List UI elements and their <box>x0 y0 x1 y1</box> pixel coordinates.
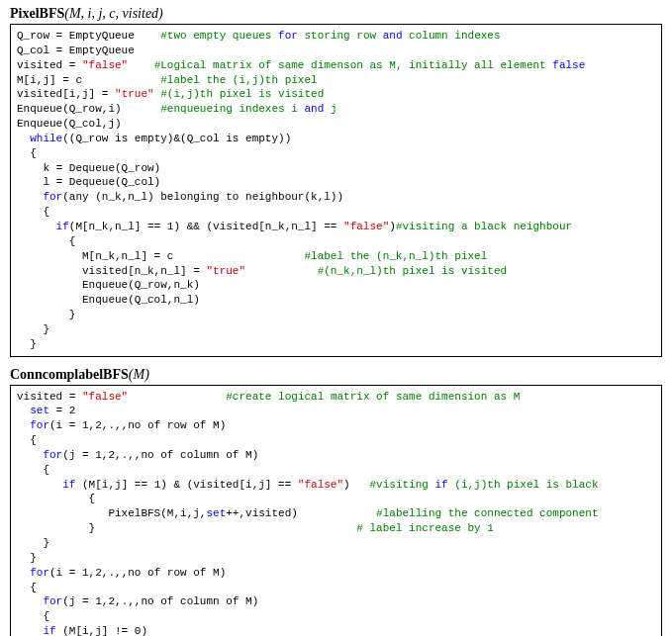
algo2-title: ConncomplabelBFS(M) <box>10 367 662 383</box>
algo2-code: visited = "false" #create logical matrix… <box>10 385 662 636</box>
algo1-args: (M, i, j, c, visited) <box>64 6 163 21</box>
algo1-name: PixelBFS <box>10 6 64 21</box>
algo1-code: Q_row = EmptyQueue #two empty queues for… <box>10 24 662 357</box>
algo2-args: (M) <box>129 367 149 382</box>
algo1-title: PixelBFS(M, i, j, c, visited) <box>10 6 662 22</box>
algo2-name: ConncomplabelBFS <box>10 367 129 382</box>
